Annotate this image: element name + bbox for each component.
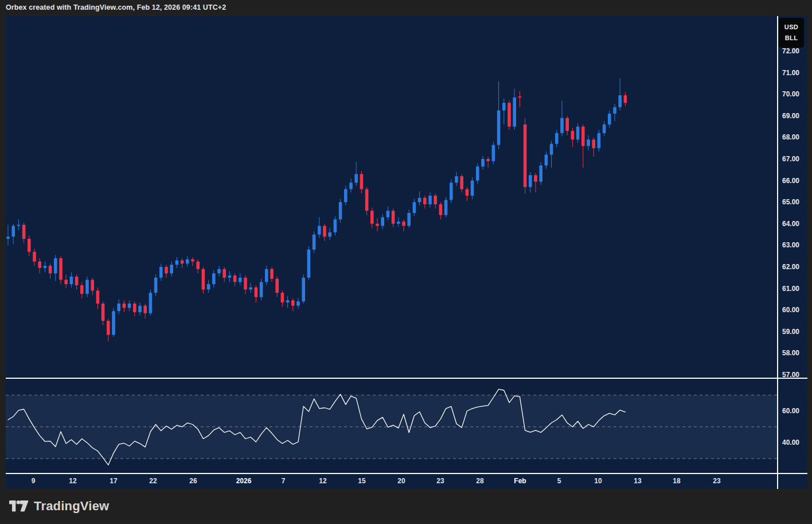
candle-body (587, 139, 590, 146)
candle-body (54, 258, 57, 273)
price-axis-label: 69.00 (782, 112, 799, 121)
time-axis-label: 17 (110, 477, 117, 485)
candle-body (249, 288, 252, 290)
candle-body (49, 266, 52, 273)
candle-body (407, 213, 411, 226)
candle-body (608, 114, 611, 125)
time-axis-label: 12 (319, 477, 326, 485)
price-axis-label: 71.00 (782, 69, 799, 77)
candle-body (202, 269, 205, 290)
candle-body (381, 218, 384, 226)
candle-body (413, 202, 416, 213)
candle-body (592, 139, 595, 148)
candle-body (296, 301, 300, 306)
candle-body (270, 269, 274, 279)
candle-body (598, 133, 601, 148)
header-title: Orbex created with TradingView.com, Feb … (6, 3, 226, 11)
candle-body (397, 222, 400, 224)
rsi-axis-label: 40.00 (782, 438, 799, 447)
candle-body (497, 110, 501, 145)
price-axis-label: 57.00 (782, 371, 799, 379)
candle-body (318, 226, 321, 235)
price-axis-label: 61.00 (782, 285, 799, 293)
price-axis-label: 62.00 (782, 263, 799, 271)
candle-body (186, 259, 189, 264)
tradingview-logo-text: TradingView (34, 499, 109, 514)
candle-body (212, 273, 216, 284)
candle-body (418, 198, 421, 203)
candle-body (387, 211, 390, 217)
pane-separator-line[interactable] (6, 378, 807, 379)
candle-body (518, 96, 522, 98)
time-axis-label: 22 (149, 477, 157, 485)
candle-body (64, 280, 68, 285)
candle-body (260, 282, 263, 297)
candle-body (181, 261, 184, 264)
tradingview-logo[interactable]: TradingView (9, 498, 109, 514)
candle-body (244, 278, 247, 290)
candle-body (466, 189, 469, 196)
candle-body (576, 127, 580, 140)
candle-body (460, 176, 463, 189)
candle-body (339, 202, 342, 219)
candle-body (275, 279, 279, 293)
candle-body (281, 293, 284, 302)
price-axis-label: 58.00 (782, 349, 799, 358)
candle-body (360, 174, 364, 189)
price-axis-label: 63.00 (782, 241, 799, 250)
candle-body (255, 288, 258, 297)
tradingview-logo-icon (9, 498, 29, 514)
price-axis-label: 70.00 (782, 90, 799, 99)
unit-badge-unit: BLL (785, 35, 798, 41)
candle-body (365, 189, 369, 211)
time-axis-label: 13 (634, 477, 641, 485)
time-axis-label: 5 (557, 477, 561, 485)
candle-body (434, 196, 437, 204)
chart-container[interactable]: USD BLL 72.0071.0070.0069.0068.0067.0066… (6, 16, 807, 489)
price-axis[interactable]: USD BLL 72.0071.0070.0069.0068.0067.0066… (777, 16, 807, 473)
candle-body (222, 269, 226, 278)
candle-body (138, 306, 142, 312)
candle-body (291, 300, 295, 305)
candle-body (370, 211, 374, 224)
candle-body (102, 304, 105, 321)
candle-body (28, 239, 31, 252)
candle-body (38, 262, 41, 268)
candle-body (44, 266, 47, 268)
candle-body (302, 278, 305, 301)
candle-body (492, 145, 495, 161)
chart-canvas[interactable] (6, 16, 807, 489)
candle-body (233, 275, 237, 282)
candle-body (423, 198, 427, 204)
candle-body (313, 235, 316, 250)
candle-body (450, 183, 453, 200)
time-axis-label: Feb (514, 477, 526, 485)
time-axis-label: 18 (673, 477, 680, 485)
candle-body (128, 304, 131, 308)
candle-body (618, 95, 622, 107)
candle-body (59, 258, 63, 280)
candle-body (239, 278, 242, 282)
header-bar: Orbex created with TradingView.com, Feb … (0, 0, 812, 16)
candle-body (265, 269, 268, 282)
price-axis-label: 59.00 (782, 328, 799, 336)
candle-body (565, 118, 569, 131)
time-axis[interactable]: 912172226202671215202328Feb510131823 (6, 473, 777, 489)
time-axis-label: 15 (358, 477, 365, 485)
candle-body (545, 154, 548, 165)
candle-body (476, 166, 479, 180)
price-axis-label: 60.00 (782, 306, 799, 315)
time-axis-label: 10 (594, 477, 602, 485)
candle-body (149, 293, 153, 313)
unit-badge[interactable]: USD BLL (779, 18, 804, 48)
candle-body (207, 284, 210, 289)
candle-body (154, 278, 158, 293)
candle-body (376, 224, 379, 226)
candle-body (502, 103, 506, 110)
price-axis-label: 72.00 (782, 47, 799, 56)
candle-body (228, 275, 232, 278)
candle-body (133, 304, 136, 312)
candle-body (471, 181, 474, 196)
candle-body (85, 280, 89, 294)
candle-body (328, 232, 331, 237)
